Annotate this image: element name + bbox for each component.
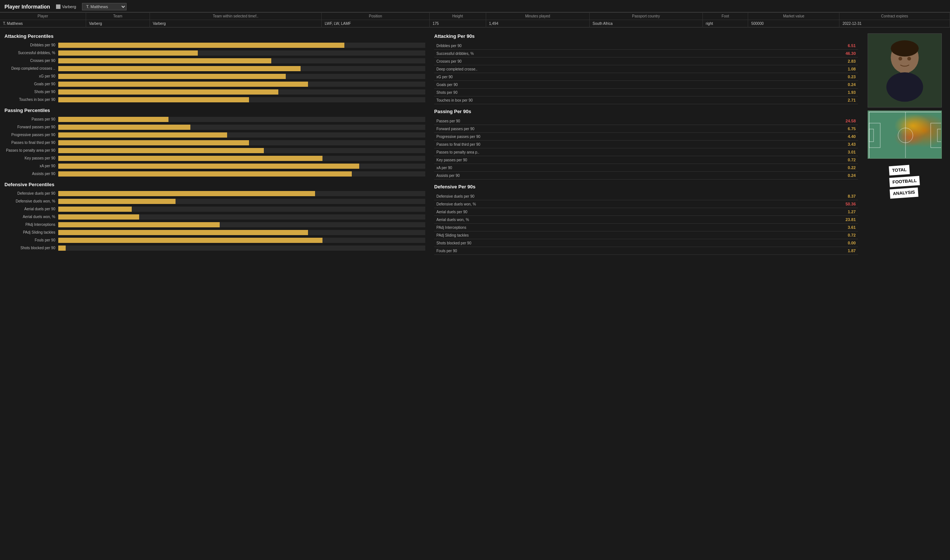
per90-stats-col: Attacking Per 90s Dribbles per 906.51Suc… [434, 29, 858, 255]
bar-row: Deep completed crosses .. [5, 65, 425, 72]
bar-fill [58, 74, 286, 79]
bar-row: Defensive duels won, % [5, 198, 425, 205]
bar-label: Forward passes per 90 [5, 125, 58, 129]
stat-value: 1.93 [709, 89, 858, 97]
stat-row: PAdj Interceptions3.61 [434, 224, 858, 231]
stat-row: Key passes per 900.72 [434, 156, 858, 164]
svg-point-3 [887, 72, 923, 102]
stat-value: 3.01 [709, 148, 858, 156]
bar-row: xA per 90 [5, 163, 425, 169]
bar-row: Successful dribbles, % [5, 50, 425, 56]
stat-row: Fouls per 901.87 [434, 247, 858, 255]
bar-fill [58, 43, 344, 48]
player-info-header: Position [321, 12, 429, 20]
stat-name: Passes to final third per 90 [434, 140, 709, 148]
stat-row: Touches in box per 902.71 [434, 97, 858, 104]
bar-fill [58, 156, 322, 161]
stat-name: PAdj Interceptions [434, 224, 709, 231]
bar-fill [58, 66, 301, 71]
bar-container [58, 222, 425, 227]
bar-fill [58, 238, 322, 243]
player-info-cell: 500000 [748, 20, 839, 28]
bar-container [58, 148, 425, 153]
bar-row: Aerial duels per 90 [5, 206, 425, 212]
passing-stats-table: Passes per 9024.58Forward passes per 906… [434, 117, 858, 180]
header: Player Information Varberg T. Matthews [0, 0, 950, 12]
bar-container [58, 140, 425, 145]
stat-row: Passes to final third per 903.43 [434, 140, 858, 148]
stat-name: Progressive passes per 90 [434, 133, 709, 140]
heatmap-svg [868, 111, 942, 159]
stat-name: Touches in box per 90 [434, 97, 709, 104]
stat-value: 3.61 [709, 224, 858, 231]
bar-container [58, 89, 425, 95]
stat-name: Dribbles per 90 [434, 42, 709, 50]
attacking-stats-table: Dribbles per 906.51Successful dribbles, … [434, 42, 858, 104]
stat-value: 0.24 [709, 172, 858, 180]
passing-per90-title: Passing Per 90s [434, 109, 858, 114]
bar-container [58, 74, 425, 79]
player-info-cell: T. Matthews [0, 20, 86, 28]
stat-row: Defensive duels won, %50.36 [434, 200, 858, 208]
stat-row: Successful dribbles, %46.30 [434, 50, 858, 57]
stat-row: Crosses per 902.83 [434, 57, 858, 65]
bar-container [58, 125, 425, 130]
player-info-header: Minutes played [486, 12, 589, 20]
svg-point-4 [891, 40, 918, 57]
content-grid: Attacking Percentiles Dribbles per 90Suc… [5, 29, 945, 255]
player-info-header: Market value [748, 12, 839, 20]
stat-value: 6.75 [709, 125, 858, 133]
player-photo [868, 33, 942, 108]
bar-row: Defensive duels per 90 [5, 190, 425, 197]
bar-row: Dribbles per 90 [5, 42, 425, 49]
defensive-stats-table: Defensive duels per 908.37Defensive duel… [434, 192, 858, 255]
player-info-table: PlayerTeamTeam within selected timef..Po… [0, 12, 950, 28]
stat-row: PAdj Sliding tackles0.72 [434, 231, 858, 239]
player-info-header: Contract expires [839, 12, 950, 20]
bar-fill [58, 171, 352, 177]
stat-value: 2.83 [709, 57, 858, 65]
bar-fill [58, 51, 198, 55]
player-silhouette [868, 33, 941, 108]
bar-row: Aerial duels won, % [5, 214, 425, 220]
stat-name: PAdj Sliding tackles [434, 231, 709, 239]
stat-name: Shots blocked per 90 [434, 239, 709, 247]
bar-label: Defensive duels per 90 [5, 191, 58, 196]
player-info-header: Foot [702, 12, 748, 20]
bar-fill [58, 163, 359, 169]
stat-name: Goals per 90 [434, 81, 709, 89]
bar-label: Deep completed crosses .. [5, 66, 58, 71]
bar-container [58, 132, 425, 138]
stat-value: 2.71 [709, 97, 858, 104]
player-dropdown[interactable]: T. Matthews [82, 3, 126, 11]
bar-row: Passes to penalty area per 90 [5, 147, 425, 154]
stat-value: 0.23 [709, 73, 858, 81]
bar-label: Fouls per 90 [5, 238, 58, 243]
bar-container [58, 238, 425, 243]
stat-row: Deep completed crosse..1.08 [434, 65, 858, 73]
bar-label: Shots blocked per 90 [5, 246, 58, 250]
player-info-header: Passport country [589, 12, 702, 20]
bar-row: Passes per 90 [5, 116, 425, 123]
stat-row: Passes to penalty area p..3.01 [434, 148, 858, 156]
stat-value: 3.43 [709, 140, 858, 148]
bar-fill [58, 89, 278, 95]
stat-value: 0.24 [709, 81, 858, 89]
bar-fill [58, 125, 190, 130]
bar-fill [58, 140, 249, 145]
bar-label: Passes to final third per 90 [5, 140, 58, 145]
stat-name: Forward passes per 90 [434, 125, 709, 133]
attacking-percentiles-title: Attacking Percentiles [5, 33, 425, 39]
player-info-cell: 1,494 [486, 20, 589, 28]
player-info-cell: right [702, 20, 748, 28]
bar-row: Forward passes per 90 [5, 124, 425, 131]
attacking-bars: Dribbles per 90Successful dribbles, %Cro… [5, 42, 425, 103]
stat-row: Passes per 9024.58 [434, 117, 858, 125]
bar-container [58, 191, 425, 196]
bar-fill [58, 199, 176, 204]
main-content: Attacking Percentiles Dribbles per 90Suc… [0, 28, 950, 259]
bar-container [58, 246, 425, 251]
stat-name: Defensive duels won, % [434, 200, 709, 208]
bar-label: xG per 90 [5, 74, 58, 78]
bar-container [58, 171, 425, 177]
